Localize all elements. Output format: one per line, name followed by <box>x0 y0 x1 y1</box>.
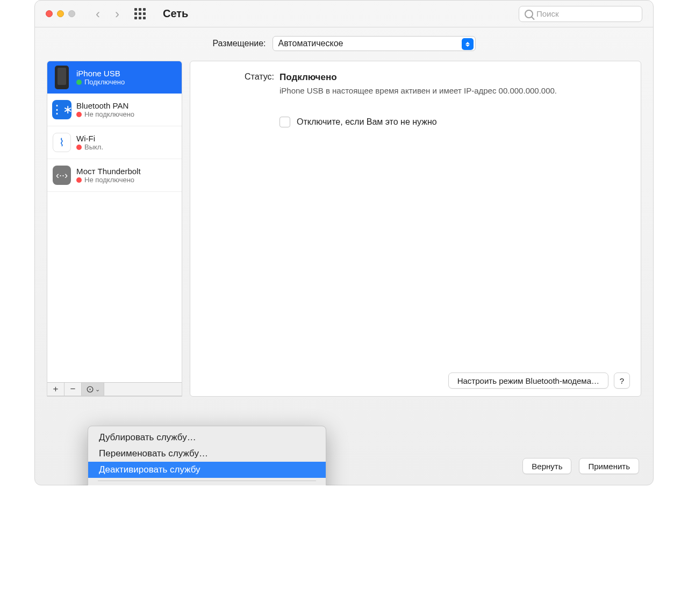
status-label: Статус: <box>204 72 274 83</box>
show-all-icon[interactable] <box>134 8 146 19</box>
status-dot-icon <box>76 177 82 183</box>
search-icon <box>525 10 533 18</box>
window-footer-buttons: Вернуть Применить <box>522 458 639 474</box>
menu-separator <box>98 481 316 481</box>
status-dot-icon <box>76 145 82 150</box>
status-description: iPhone USB в настоящее время активен и и… <box>280 86 559 95</box>
bluetooth-icon: ⋮∗ <box>53 98 71 121</box>
main-pane: iPhone USB Подключено ⋮∗ Bluetooth PAN Н… <box>35 61 653 397</box>
location-row: Размещение: Автоматическое <box>35 27 653 61</box>
window-controls <box>46 10 75 17</box>
service-name: Wi-Fi <box>76 134 103 143</box>
nav-arrows: ‹ › <box>96 6 119 22</box>
status-dot-icon <box>76 80 82 85</box>
maximize-button[interactable] <box>68 10 75 17</box>
ellipsis-icon: ⊙ <box>86 383 94 395</box>
service-item-bluetooth-pan[interactable]: ⋮∗ Bluetooth PAN Не подключено <box>47 94 182 126</box>
sidebar-footer: + − ⊙⌄ <box>47 382 182 396</box>
add-service-button[interactable]: + <box>47 383 64 396</box>
search-input[interactable]: Поиск <box>519 6 642 22</box>
service-status: Не подключено <box>76 176 141 184</box>
configure-bluetooth-button[interactable]: Настроить режим Bluetooth-модема… <box>448 373 608 389</box>
service-item-wifi[interactable]: ⌇ Wi-Fi Выкл. <box>47 126 182 159</box>
remove-service-button[interactable]: − <box>64 383 82 396</box>
disable-checkbox-label: Отключите, если Вам это не нужно <box>297 117 437 127</box>
service-status: Не подключено <box>76 110 134 118</box>
minimize-button[interactable] <box>57 10 64 17</box>
disable-checkbox[interactable] <box>280 117 290 127</box>
service-item-iphone-usb[interactable]: iPhone USB Подключено <box>47 61 182 94</box>
location-value: Автоматическое <box>278 39 343 48</box>
revert-button[interactable]: Вернуть <box>522 458 571 474</box>
forward-button[interactable]: › <box>115 6 119 22</box>
service-name: Bluetooth PAN <box>76 101 134 110</box>
chevron-down-icon: ⌄ <box>95 386 100 393</box>
service-status: Выкл. <box>76 143 103 151</box>
detail-pane: Статус: Подключено iPhone USB в настояще… <box>190 61 641 397</box>
status-row: Статус: Подключено <box>204 72 627 83</box>
service-context-menu: Дублировать службу… Переименовать службу… <box>88 426 326 485</box>
ethernet-icon: ‹··› <box>53 163 71 187</box>
close-button[interactable] <box>46 10 53 17</box>
service-status: Подключено <box>76 78 125 86</box>
content-footer: Настроить режим Bluetooth-модема… ? <box>448 373 630 389</box>
status-dot-icon <box>76 112 82 117</box>
service-name: iPhone USB <box>76 69 125 78</box>
menu-duplicate-service[interactable]: Дублировать службу… <box>88 429 326 446</box>
wifi-icon: ⌇ <box>53 131 71 154</box>
location-label: Размещение: <box>212 39 266 48</box>
disable-checkbox-row: Отключите, если Вам это не нужно <box>280 117 627 127</box>
search-placeholder: Поиск <box>536 9 559 18</box>
titlebar: ‹ › Сеть Поиск <box>35 1 653 27</box>
service-item-thunderbolt[interactable]: ‹··› Мост Thunderbolt Не подключено <box>47 159 182 192</box>
menu-deactivate-service[interactable]: Деактивировать службу <box>88 462 326 478</box>
service-name: Мост Thunderbolt <box>76 167 141 176</box>
status-value: Подключено <box>280 72 337 83</box>
menu-rename-service[interactable]: Переименовать службу… <box>88 446 326 462</box>
apply-button[interactable]: Применить <box>579 458 639 474</box>
back-button[interactable]: ‹ <box>96 6 100 22</box>
select-indicator-icon <box>462 38 474 50</box>
service-actions-button[interactable]: ⊙⌄ <box>82 383 104 396</box>
menu-service-order[interactable]: Выбрать порядок служб… <box>88 484 326 485</box>
network-preferences-window: ‹ › Сеть Поиск Размещение: Автоматическо… <box>34 0 654 485</box>
window-title: Сеть <box>163 8 188 20</box>
location-select[interactable]: Автоматическое <box>273 36 476 51</box>
iphone-icon <box>53 66 71 89</box>
help-button[interactable]: ? <box>614 373 630 389</box>
service-list: iPhone USB Подключено ⋮∗ Bluetooth PAN Н… <box>47 61 182 397</box>
